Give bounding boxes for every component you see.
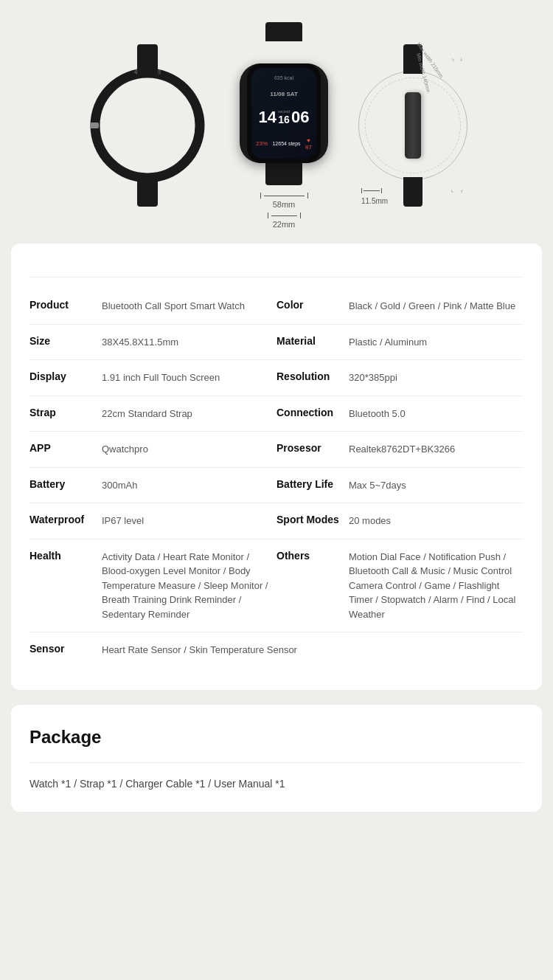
package-title: Package [29, 727, 524, 748]
spec-left-8: SensorHeart Rate Sensor / Skin Temperatu… [29, 643, 524, 658]
spec-label-left-4: APP [29, 442, 96, 454]
watch-left-view: 45.8mm 45.8mm [81, 41, 214, 210]
spec-right-2: Resolution320*385ppi [276, 370, 524, 385]
spec-value-right-1: Plastic / Aluminum [349, 335, 427, 350]
spec-row: Strap22cm Standard StrapConnectionBlueto… [29, 396, 524, 432]
spec-left-3: Strap22cm Standard Strap [29, 407, 276, 421]
spec-label-left-8: Sensor [29, 643, 96, 655]
screen-date: 11/08 SAT [270, 91, 298, 97]
package-contents: Watch *1 / Strap *1 / Charger Cable *1 /… [29, 778, 524, 790]
spec-row: WaterproofIP67 levelSport Modes20 modes [29, 503, 524, 539]
spec-value-right-4: Realtek8762DT+BK3266 [349, 442, 455, 457]
spec-label-right-5: Battery Life [276, 478, 343, 490]
spec-label-left-6: Waterproof [29, 514, 96, 525]
spec-value-left-0: Bluetooth Call Sport Smart Watch [102, 299, 245, 314]
dim-11mm: 11.5mm [361, 197, 388, 205]
spec-value-left-8: Heart Rate Sensor / Skin Temperature Sen… [102, 643, 297, 658]
spec-right-5: Battery LifeMax 5~7days [276, 478, 524, 493]
spec-label-left-1: Size [29, 335, 96, 347]
spec-left-6: WaterproofIP67 level [29, 514, 276, 528]
screen-time: 14 second 16 06 [258, 108, 309, 127]
screen-sec-block: second 16 [278, 109, 290, 125]
specs-container: ProductBluetooth Call Sport Smart WatchC… [29, 289, 524, 668]
screen-bottom: 23% 12654 steps ♥ 87 [256, 137, 312, 151]
spec-left-4: APPQwatchpro [29, 442, 276, 457]
spec-left-7: HealthActivity Data / Heart Rate Monitor… [29, 550, 276, 622]
spec-row: SensorHeart Rate Sensor / Skin Temperatu… [29, 632, 524, 668]
spec-row: Size38X45.8X11.5mmMaterialPlastic / Alum… [29, 325, 524, 361]
screen-hour: 14 [258, 108, 276, 127]
watch-screen: 635 kcal 11/08 SAT 14 second 16 06 23% [247, 63, 321, 163]
spec-left-2: Display1.91 inch Full Touch Screen [29, 370, 276, 385]
strap-top [265, 22, 302, 41]
spec-value-right-6: 20 modes [349, 514, 391, 528]
screen-calories: 635 kcal [274, 75, 293, 80]
spec-right-7: OthersMotion Dial Face / Notification Pu… [276, 550, 524, 622]
spec-value-left-6: IP67 level [102, 514, 144, 528]
spec-row: Battery300mAhBattery LifeMax 5~7days [29, 468, 524, 504]
specs-card: ProductBluetooth Call Sport Smart WatchC… [11, 244, 542, 690]
spec-right-3: ConnectionBluetooth 5.0 [276, 407, 524, 421]
spec-label-right-0: Color [276, 299, 343, 311]
spec-row: Display1.91 inch Full Touch ScreenResolu… [29, 360, 524, 396]
spec-label-left-0: Product [29, 299, 96, 311]
top-divider [29, 277, 524, 277]
spec-label-right-4: Prosesor [276, 442, 343, 454]
spec-label-left-5: Battery [29, 478, 96, 490]
spec-value-right-0: Black / Gold / Green / Pink / Matte Blue [349, 299, 515, 314]
dim-58mm: 58mm [273, 200, 296, 209]
watch-front-view: 635 kcal 11/08 SAT 14 second 16 06 23% [221, 22, 347, 229]
spec-left-5: Battery300mAh [29, 478, 276, 493]
spec-label-right-7: Others [276, 550, 343, 562]
screen-steps: 12654 steps [272, 141, 300, 146]
spec-value-right-7: Motion Dial Face / Notification Push / B… [349, 550, 516, 622]
spec-row: ProductBluetooth Call Sport Smart WatchC… [29, 289, 524, 325]
screen-sec: 16 [278, 114, 290, 125]
spec-label-right-1: Material [276, 335, 343, 347]
spec-value-left-5: 300mAh [102, 478, 137, 493]
screen-battery: 23% [256, 140, 268, 147]
hero-section: 45.8mm 45.8mm 635 kcal 11/08 SAT 14 seco… [0, 0, 553, 244]
watch-body: 635 kcal 11/08 SAT 14 second 16 06 23% [240, 63, 328, 163]
screen-heart: ♥ 87 [305, 137, 312, 151]
spec-row: HealthActivity Data / Heart Rate Monitor… [29, 539, 524, 633]
strap-bottom [265, 163, 302, 185]
spec-label-right-6: Sport Modes [276, 514, 343, 525]
spec-value-left-7: Activity Data / Heart Rate Monitor / Blo… [102, 550, 269, 622]
spec-right-1: MaterialPlastic / Aluminum [276, 335, 524, 350]
spec-value-right-5: Max 5~7days [349, 478, 406, 493]
spec-value-left-3: 22cm Standard Strap [102, 407, 192, 421]
spec-label-left-2: Display [29, 370, 96, 382]
spec-value-left-2: 1.91 inch Full Touch Screen [102, 370, 220, 385]
spec-right-6: Sport Modes20 modes [276, 514, 524, 528]
screen-min: 06 [291, 108, 309, 127]
spec-label-right-2: Resolution [276, 370, 343, 382]
dim-22mm: 22mm [273, 220, 296, 229]
spec-row: APPQwatchproProsesorRealtek8762DT+BK3266 [29, 432, 524, 468]
spec-right-4: ProsesorRealtek8762DT+BK3266 [276, 442, 524, 457]
spec-value-left-4: Qwatchpro [102, 442, 148, 457]
screen-content: 635 kcal 11/08 SAT 14 second 16 06 23% [251, 68, 316, 159]
spec-left-0: ProductBluetooth Call Sport Smart Watch [29, 299, 276, 314]
package-card: Package Watch *1 / Strap *1 / Charger Ca… [11, 705, 542, 812]
watch-right-view: › › › › Max width 215mm Min width 140mm … [354, 41, 472, 210]
package-divider [29, 762, 524, 763]
spec-value-right-3: Bluetooth 5.0 [349, 407, 406, 421]
spec-value-left-1: 38X45.8X11.5mm [102, 335, 178, 350]
spec-value-right-2: 320*385ppi [349, 370, 397, 385]
spec-label-left-3: Strap [29, 407, 96, 418]
spec-label-right-3: Connection [276, 407, 343, 418]
spec-left-1: Size38X45.8X11.5mm [29, 335, 276, 350]
spec-right-0: ColorBlack / Gold / Green / Pink / Matte… [276, 299, 524, 314]
spec-label-left-7: Health [29, 550, 96, 562]
